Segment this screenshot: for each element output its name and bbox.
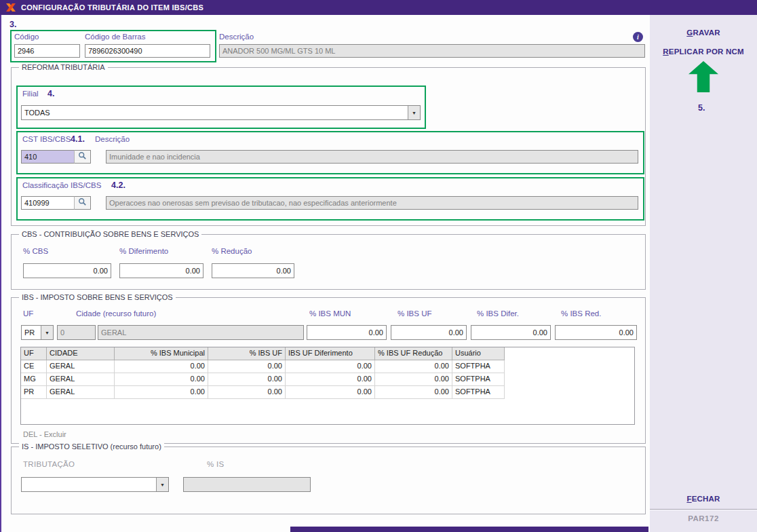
classificacao-input[interactable]: 410999 (21, 196, 75, 210)
cst-descricao-field: Imunidade e nao incidencia (106, 150, 638, 164)
table-cell: 0.00 (115, 360, 208, 373)
table-cell: 0.00 (375, 386, 452, 399)
ibs-table[interactable]: UFCIDADE% IBS Municipal% IBS UFIBS UF Di… (20, 347, 635, 425)
cst-label: CST IBS/CBS (22, 135, 71, 143)
ibs-ufp-input[interactable]: 0.00 (391, 325, 467, 340)
cbs-reducao-input[interactable]: 0.00 (212, 263, 294, 278)
ibs-uf-label: UF (23, 309, 33, 318)
filial-select[interactable]: TODAS ▼ (21, 105, 421, 120)
codigo-barras-input[interactable]: 7896026300490 (85, 44, 210, 58)
filial-dropdown-arrow-icon[interactable]: ▼ (408, 106, 420, 119)
background-window-edge (290, 527, 648, 532)
ibs-red-label: % IBS Red. (561, 309, 601, 318)
filial-selected-value: TODAS (22, 106, 408, 119)
table-cell: 0.00 (208, 373, 286, 386)
column-header[interactable]: UF (21, 347, 47, 360)
status-code: PAR172 (650, 514, 757, 522)
table-cell: 0.00 (208, 360, 286, 373)
ibs-ufp-label: % IBS UF (397, 309, 431, 318)
classificacao-lookup-button[interactable] (74, 196, 91, 210)
table-cell: 0.00 (208, 386, 286, 399)
tributacao-dropdown-arrow-icon[interactable]: ▼ (156, 478, 168, 491)
magnifier-icon (78, 151, 87, 163)
annotation-arrow-up-icon (688, 61, 718, 92)
status-separator (650, 509, 757, 510)
ibs-mun-input[interactable]: 0.00 (307, 325, 387, 340)
table-cell: 0.00 (286, 386, 375, 399)
ibs-red-input[interactable]: 0.00 (555, 325, 637, 340)
table-row[interactable]: PRGERAL0.000.000.000.00SOFTPHA (21, 386, 634, 399)
filial-label: Filial (22, 90, 39, 98)
gravar-button[interactable]: GRAVAR (650, 28, 757, 37)
table-cell: 0.00 (286, 360, 375, 373)
table-cell: SOFTPHA (452, 360, 505, 373)
column-header[interactable]: CIDADE (47, 347, 115, 360)
cbs-groupbox (11, 234, 646, 290)
ibs-difer-input[interactable]: 0.00 (471, 325, 551, 340)
column-header[interactable]: % IBS Municipal (115, 347, 208, 360)
table-cell: SOFTPHA (452, 386, 505, 399)
ibs-uf-dropdown-arrow-icon[interactable]: ▼ (41, 326, 53, 339)
table-row[interactable]: MGGERAL0.000.000.000.00SOFTPHA (21, 373, 634, 386)
descricao-field: ANADOR 500 MG/ML GTS 10 ML (219, 44, 645, 58)
magnifier-icon (78, 197, 87, 209)
annotation-step-5: 5. (698, 103, 705, 113)
annotation-step-4-1: 4.1. (71, 134, 85, 144)
table-cell: CE (21, 360, 47, 373)
cbs-percent-input[interactable]: 0.00 (23, 263, 111, 278)
cbs-legend: CBS - CONTRIBUIÇÃO SOBRE BENS E SERVIÇOS (19, 230, 201, 238)
info-icon[interactable]: i (633, 32, 643, 42)
table-cell: PR (21, 386, 47, 399)
codigo-barras-label: Código de Barras (85, 33, 146, 41)
codigo-label: Código (14, 33, 39, 41)
app-logo-icon (5, 2, 16, 13)
action-sidebar: GRAVAR REPLICAR POR NCM 5. FECHAR PAR172 (650, 15, 757, 532)
table-cell: GERAL (47, 360, 115, 373)
tributacao-label: TRIBUTAÇÃO (23, 460, 75, 468)
reforma-legend: REFORMA TRIBUTÁRIA (19, 63, 108, 71)
ibs-cidade-field: GERAL (98, 325, 304, 340)
ibs-uf-select[interactable]: PR ▼ (21, 325, 54, 340)
ibs-cidade-codigo-field: 0 (57, 325, 96, 340)
fechar-button[interactable]: FECHAR (650, 495, 757, 503)
replicar-por-ncm-button[interactable]: REPLICAR POR NCM (650, 48, 757, 56)
cbs-diferimento-input[interactable]: 0.00 (119, 263, 203, 278)
sidebar-divider (0, 15, 1, 532)
column-header[interactable]: Usuário (452, 347, 505, 360)
app-window: CONFIGURAÇÃO TRIBUTÁRIA DO ITEM IBS/CBS … (0, 0, 757, 532)
classificacao-descricao-field: Operacoes nao onerosas sem previsao de t… (106, 196, 638, 210)
ibs-difer-label: % IBS Difer. (477, 309, 519, 318)
is-percent-field (183, 477, 311, 492)
table-cell: GERAL (47, 373, 115, 386)
column-header[interactable]: IBS UF Diferimento (286, 347, 375, 360)
title-bar[interactable]: CONFIGURAÇÃO TRIBUTÁRIA DO ITEM IBS/CBS (0, 0, 757, 15)
codigo-input[interactable]: 2946 (14, 44, 80, 58)
descricao-label: Descrição (219, 33, 254, 41)
table-cell: MG (21, 373, 47, 386)
ibs-delete-hint: DEL - Excluir (23, 430, 66, 438)
tributacao-select[interactable]: ▼ (21, 477, 169, 492)
annotation-step-4-2: 4.2. (111, 180, 125, 190)
cbs-diferimento-label: % Diferimento (119, 247, 168, 255)
column-header[interactable]: % IBS UF (208, 347, 286, 360)
tributacao-selected-value (22, 478, 156, 491)
classificacao-label: Classificação IBS/CBS (22, 181, 101, 189)
ibs-legend: IBS - IMPOSTO SOBRE BENS E SERVIÇOS (19, 293, 176, 301)
table-cell: 0.00 (375, 360, 452, 373)
ibs-table-header: UFCIDADE% IBS Municipal% IBS UFIBS UF Di… (21, 347, 634, 360)
annotation-step-4: 4. (47, 89, 54, 98)
ibs-uf-selected-value: PR (22, 326, 41, 339)
window-title: CONFIGURAÇÃO TRIBUTÁRIA DO ITEM IBS/CBS (21, 3, 203, 12)
ibs-table-body: CEGERAL0.000.000.000.00SOFTPHAMGGERAL0.0… (21, 360, 634, 399)
ibs-cidade-label: Cidade (recurso futuro) (76, 309, 156, 318)
table-row[interactable]: CEGERAL0.000.000.000.00SOFTPHA (21, 360, 634, 373)
table-cell: 0.00 (375, 373, 452, 386)
table-cell: 0.00 (115, 373, 208, 386)
table-cell: GERAL (47, 386, 115, 399)
annotation-step-3: 3. (9, 20, 16, 29)
cst-lookup-button[interactable] (74, 150, 91, 164)
column-header[interactable]: % IBS UF Redução (375, 347, 452, 360)
cbs-reducao-label: % Redução (212, 247, 252, 255)
cst-input[interactable]: 410 (21, 150, 75, 164)
table-cell: 0.00 (286, 373, 375, 386)
